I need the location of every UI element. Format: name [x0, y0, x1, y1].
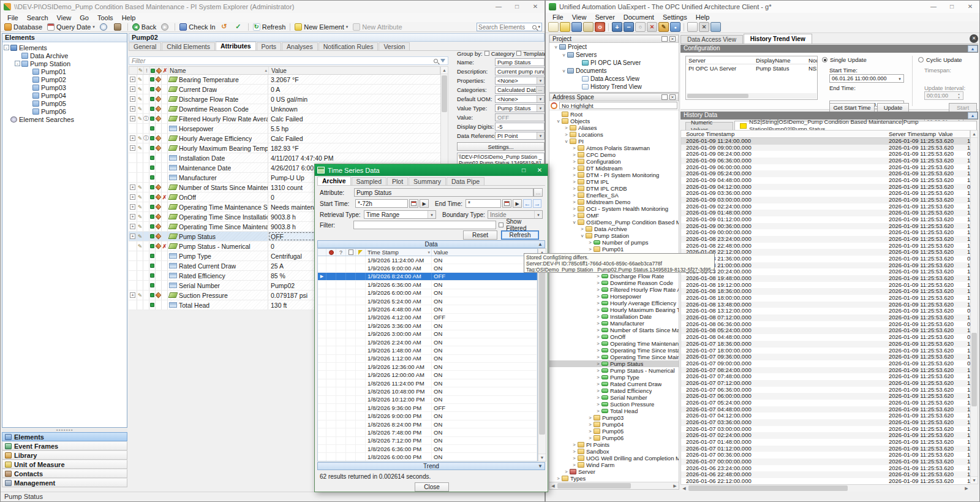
- timeseries-row[interactable]: ▶ 1/9/2026 3:36:00 AM ON: [318, 322, 537, 330]
- tree-item[interactable]: > Hourly Average Efficiency: [549, 300, 679, 306]
- expander-icon[interactable]: >: [595, 348, 601, 353]
- ua-clear-icon[interactable]: [699, 22, 709, 32]
- tree-item[interactable]: > DTM IPL: [549, 178, 679, 185]
- tree-item[interactable]: > Number of pumps: [549, 239, 679, 246]
- configuration-row[interactable]: PI O­PC UA Server Pump Status NS2|String…: [686, 64, 817, 72]
- expander-icon[interactable]: >: [595, 300, 601, 306]
- navigator-button[interactable]: Elements: [2, 432, 127, 441]
- address-space-hscrollbar[interactable]: ◀ ▶: [549, 482, 679, 489]
- collapse-icon[interactable]: ▲: [968, 45, 978, 52]
- expander-icon[interactable]: >: [595, 408, 601, 414]
- expander-icon[interactable]: >: [571, 172, 578, 178]
- attribute-value[interactable]: 0 US gal/min: [268, 94, 440, 104]
- menu-item[interactable]: Help: [118, 14, 140, 21]
- tree-item[interactable]: Pump03: [2, 83, 127, 91]
- update-button[interactable]: Update: [877, 103, 909, 112]
- maximize-icon[interactable]: □: [943, 1, 961, 13]
- ua-new-icon[interactable]: [548, 22, 559, 32]
- history-row[interactable]: 2026-01-09 01:48:00.000 2026-01-09 11:25…: [681, 210, 970, 216]
- expander-icon[interactable]: v: [560, 68, 567, 74]
- timeseries-row[interactable]: ▶ 1/8/2026 9:00:00 PM ON: [318, 412, 537, 420]
- calendar-icon[interactable]: [409, 199, 418, 208]
- history-row[interactable]: 2026-01-07 04:48:00.000 2026-01-09 11:25…: [681, 406, 970, 413]
- expander-icon[interactable]: >: [587, 435, 594, 441]
- tree-item[interactable]: > Configuration: [549, 158, 679, 165]
- expander-icon[interactable]: >: [571, 145, 578, 151]
- expander-icon[interactable]: >: [595, 341, 601, 346]
- attribute-row[interactable]: + ✎ ⓘ ✗ Bearing Temperature 3.2067 °F: [129, 75, 440, 85]
- tree-item[interactable]: > Total Head: [549, 408, 679, 414]
- tree-item[interactable]: > Server: [549, 468, 679, 475]
- tree-item[interactable]: v OSIDemo_Pump Condition Based Maintena: [549, 219, 679, 226]
- tree-item[interactable]: - Pump Station: [2, 59, 127, 67]
- menu-item[interactable]: Settings: [658, 13, 692, 21]
- navigator-button[interactable]: Management: [2, 478, 127, 487]
- attribute-value[interactable]: Calc Failed: [268, 114, 440, 123]
- tree-item[interactable]: > Aliases: [549, 124, 679, 131]
- tree-item[interactable]: - Elements: [2, 44, 127, 51]
- scrollbar-thumb[interactable]: [557, 483, 631, 489]
- search-icon[interactable]: [434, 59, 438, 63]
- refresh-button[interactable]: Refresh: [501, 230, 539, 240]
- get-start-time-button[interactable]: Get Start Time: [829, 103, 875, 112]
- expander-icon[interactable]: >: [571, 449, 578, 454]
- history-row[interactable]: 2026-01-08 20:24:00.000 2026-01-09 11:25…: [681, 268, 970, 275]
- history-row[interactable]: 2026-01-09 03:36:00.000 2026-01-09 11:25…: [681, 190, 970, 197]
- attribute-value[interactable]: 0 A: [268, 85, 440, 94]
- tree-item[interactable]: > Pump Status: [549, 360, 679, 367]
- expander-icon[interactable]: >: [595, 273, 601, 279]
- expand-icon[interactable]: +: [130, 204, 135, 210]
- attribute-input[interactable]: Pump Status: [354, 188, 533, 197]
- category-checkbox[interactable]: [484, 51, 489, 56]
- history-row[interactable]: 2026-01-08 19:48:00.000 2026-01-09 11:25…: [681, 275, 970, 282]
- tree-item[interactable]: Element Searches: [2, 115, 127, 123]
- toolbar-button[interactable]: ▾: [290, 23, 290, 31]
- filter-input[interactable]: Filter: [132, 58, 434, 64]
- tree-item[interactable]: > Operating Time Since Installatio: [549, 347, 679, 354]
- ua-delete-icon[interactable]: [647, 22, 657, 32]
- tree-item[interactable]: v Servers: [549, 51, 679, 59]
- boundary-type-combobox[interactable]: Inside: [488, 210, 543, 219]
- expander-icon[interactable]: >: [595, 381, 601, 387]
- expander-icon[interactable]: >: [563, 125, 570, 131]
- expander-icon[interactable]: >: [571, 186, 578, 191]
- expander-icon[interactable]: v: [552, 44, 559, 50]
- history-row[interactable]: 2026-01-08 21:00:00.000 2026-01-09 11:25…: [681, 262, 970, 269]
- column-name[interactable]: Name▴: [168, 67, 269, 74]
- chevron-down-icon[interactable]: ▾: [538, 25, 540, 29]
- ua-add-icon[interactable]: [612, 22, 622, 32]
- expander-icon[interactable]: v: [579, 233, 586, 238]
- expander-icon[interactable]: >: [595, 280, 601, 286]
- tree-item[interactable]: > DTM IPL CRDB: [549, 185, 679, 192]
- tree-item[interactable]: > Pump Status - Numerical: [549, 367, 679, 374]
- menu-item[interactable]: Document: [619, 13, 658, 21]
- history-row[interactable]: 2026-01-09 11:24:00.000 2026-01-09 11:25…: [681, 138, 970, 145]
- tree-item[interactable]: > Sandbox: [549, 448, 679, 455]
- property-value[interactable]: Current pump running state -: [495, 67, 545, 75]
- menu-item[interactable]: File: [548, 13, 568, 21]
- history-row[interactable]: 2026-01-07 01:12:00.000 2026-01-09 11:25…: [681, 446, 970, 452]
- toolbar-button[interactable]: ▾: [127, 23, 128, 31]
- history-hscrollbar[interactable]: ◀ ▶: [680, 484, 970, 492]
- menu-item[interactable]: View: [53, 14, 76, 21]
- timeseries-row[interactable]: ▶ 1/8/2026 11:24:00 PM ON: [318, 379, 537, 387]
- close-button[interactable]: Close: [415, 482, 449, 492]
- toolbar-button[interactable]: [684, 23, 684, 31]
- filter-input[interactable]: [353, 221, 496, 229]
- history-row[interactable]: 2026-01-08 07:12:00.000 2026-01-09 11:25…: [681, 314, 970, 321]
- timeseries-row[interactable]: ▶ 1/9/2026 11:24:00 AM ON: [318, 256, 537, 264]
- show-filtered-checkbox[interactable]: [499, 222, 503, 227]
- close-icon[interactable]: ✕: [526, 1, 545, 13]
- tab[interactable]: Version: [379, 42, 410, 50]
- expand-icon[interactable]: +: [130, 224, 135, 229]
- ua-wrench-icon[interactable]: [658, 22, 669, 32]
- scrollbar-thumb[interactable]: [688, 485, 848, 491]
- timeseries-row[interactable]: ▶ 1/8/2026 7:48:00 PM ON: [318, 428, 537, 436]
- tab[interactable]: Summary: [409, 177, 446, 185]
- expander-icon[interactable]: >: [587, 428, 594, 434]
- float-panel-icon[interactable]: [662, 36, 668, 42]
- history-row[interactable]: 2026-01-07 09:36:00.000 2026-01-09 11:25…: [681, 354, 970, 360]
- attribute-value[interactable]: Calc Failed: [268, 134, 440, 143]
- expand-icon[interactable]: +: [130, 77, 135, 82]
- retrieval-type-combobox[interactable]: Time Range: [364, 210, 436, 219]
